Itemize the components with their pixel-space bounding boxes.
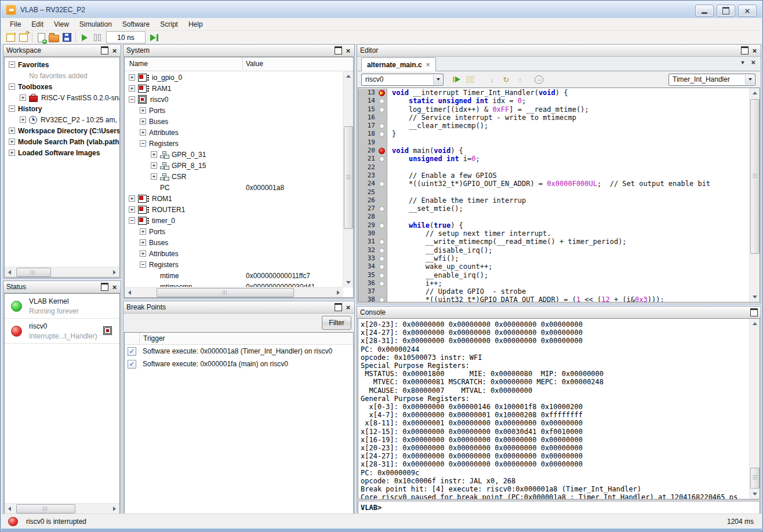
menu-simulation[interactable]: Simulation	[74, 19, 117, 30]
breakpoint-gutter[interactable]	[378, 105, 387, 114]
expand-icon[interactable]: +	[20, 94, 26, 101]
tab-alternate-main[interactable]: alternate_main.c ×	[361, 57, 436, 71]
system-tree-item[interactable]: +Ports	[125, 226, 343, 237]
core-select[interactable]: riscv0	[361, 74, 444, 86]
workspace-tree-item[interactable]: +RV32EC_P2 - 10:25 am, today	[5, 114, 119, 125]
breakpoint-gutter[interactable]	[378, 196, 387, 205]
editor-vscrollbar[interactable]	[749, 88, 760, 302]
breakpoint-checkbox[interactable]	[128, 360, 136, 369]
expand-icon[interactable]: +	[140, 118, 146, 125]
collapse-icon[interactable]: −	[9, 61, 15, 68]
workspace-tree-item[interactable]: +Module Search Path (vlab.path)	[5, 136, 119, 147]
breakpoint-gutter[interactable]	[378, 97, 387, 105]
system-tree-item[interactable]: PC0x000001a8	[125, 182, 343, 193]
expand-icon[interactable]: +	[9, 139, 15, 145]
menu-help[interactable]: Help	[183, 19, 208, 30]
scroll-right-arrow[interactable]	[110, 504, 119, 513]
breakpoint-row[interactable]: Software execute: 0x000001fa (main) on r…	[125, 358, 353, 370]
status-hscrollbar[interactable]	[5, 503, 119, 513]
expand-icon[interactable]: +	[151, 162, 157, 169]
continue-button[interactable]	[449, 73, 463, 86]
system-tree-item[interactable]: +Attributes	[125, 248, 343, 259]
breakpoint-gutter[interactable]	[378, 163, 387, 172]
console-output[interactable]: x[20-23]: 0x00000000 0x00000000 0x000000…	[358, 318, 760, 500]
tabbar-close-icon[interactable]: ×	[751, 60, 755, 65]
expand-icon[interactable]: +	[20, 116, 26, 123]
breakpoint-gutter[interactable]	[378, 213, 387, 221]
breakpoint-gutter[interactable]	[378, 114, 387, 122]
menu-software[interactable]: Software	[117, 19, 155, 30]
function-select[interactable]: Timer_Int_Handler	[668, 74, 755, 86]
system-tree-item[interactable]: +Buses	[125, 116, 343, 127]
system-tree-item[interactable]: +io_gpio_0	[125, 72, 343, 83]
console-vscrollbar[interactable]	[749, 319, 760, 499]
scroll-up-arrow[interactable]	[750, 319, 760, 329]
breakpoint-gutter[interactable]	[378, 122, 387, 130]
title-bar[interactable]: VLAB – RV32EC_P2	[1, 1, 762, 18]
float-panel-icon[interactable]	[101, 46, 108, 54]
collapse-icon[interactable]: −	[9, 105, 15, 112]
new-file-button[interactable]	[35, 32, 48, 43]
expand-icon[interactable]: +	[151, 151, 157, 158]
expand-icon[interactable]: +	[140, 107, 146, 114]
close-panel-icon[interactable]	[345, 304, 351, 311]
breakpoint-icon[interactable]	[378, 147, 387, 155]
system-tree-item[interactable]: +GPR_8_15	[125, 160, 343, 171]
step-into-button[interactable]: ↓	[485, 73, 499, 86]
minimize-button[interactable]	[695, 5, 714, 17]
system-tree-item[interactable]: +CSR	[125, 171, 343, 182]
expand-icon[interactable]: +	[140, 228, 146, 235]
float-panel-icon[interactable]	[750, 308, 758, 316]
close-panel-icon[interactable]	[111, 47, 118, 54]
float-panel-icon[interactable]	[335, 303, 342, 311]
workspace-tree-item[interactable]: +Workspace Directory (C:\Users	[5, 125, 119, 136]
workspace-hscrollbar[interactable]	[5, 267, 119, 277]
expand-icon[interactable]: +	[129, 195, 135, 202]
system-tree-item[interactable]: −Registers	[125, 138, 343, 149]
console-input[interactable]: VLAB>	[358, 501, 760, 514]
expand-icon[interactable]: +	[9, 127, 15, 134]
breakpoint-row[interactable]: Software execute: 0x000001a8 (Timer_Int_…	[125, 345, 353, 358]
collapse-icon[interactable]: −	[9, 83, 15, 90]
scroll-up-arrow[interactable]	[343, 71, 353, 81]
maximize-button[interactable]	[717, 5, 735, 17]
workspace-tree-item[interactable]: No favorites added	[5, 70, 119, 81]
scroll-thumb[interactable]	[750, 468, 760, 489]
system-tree-item[interactable]: +RAM1	[125, 83, 343, 94]
column-divider[interactable]	[242, 59, 243, 70]
breakpoint-gutter[interactable]	[378, 180, 387, 188]
scroll-thumb[interactable]	[16, 504, 75, 513]
expand-icon[interactable]: +	[129, 206, 135, 213]
system-tree-item[interactable]: +Ports	[125, 105, 343, 116]
scroll-down-arrow[interactable]	[750, 292, 760, 302]
scroll-thumb[interactable]	[16, 268, 51, 277]
system-hscrollbar[interactable]	[125, 287, 343, 297]
float-panel-icon[interactable]	[741, 46, 749, 54]
run-duration-input[interactable]	[106, 31, 146, 43]
tab-close-icon[interactable]: ×	[426, 61, 430, 69]
scroll-left-arrow[interactable]	[5, 267, 14, 277]
scroll-right-arrow[interactable]	[333, 287, 343, 297]
expand-icon[interactable]: +	[9, 150, 15, 156]
breakpoint-gutter[interactable]	[378, 287, 387, 296]
status-item[interactable]: riscv0Interrupte...t_Handler)	[5, 319, 119, 344]
column-header-name[interactable]: Name	[129, 60, 148, 68]
system-tree-item[interactable]: +GPR_0_31	[125, 149, 343, 160]
scroll-up-arrow[interactable]	[750, 88, 760, 98]
system-tree-item[interactable]: +Attributes	[125, 127, 343, 138]
workspace-tree-item[interactable]: −History	[5, 103, 119, 114]
pause-button[interactable]	[91, 32, 104, 43]
scroll-down-arrow[interactable]	[750, 489, 760, 499]
expand-icon[interactable]: +	[151, 173, 157, 180]
breakpoint-gutter[interactable]	[378, 221, 387, 229]
collapse-icon[interactable]: −	[140, 140, 146, 147]
step-out-button[interactable]: ↑	[513, 73, 527, 86]
current-breakpoint-icon[interactable]	[378, 89, 387, 97]
step-over-button[interactable]: ↻	[499, 73, 513, 86]
open-workspace-button[interactable]	[17, 32, 30, 43]
run-to-cursor-button[interactable]: →	[532, 73, 546, 86]
close-button[interactable]	[738, 5, 757, 17]
scroll-thumb[interactable]	[344, 126, 353, 229]
breakpoint-gutter[interactable]	[378, 172, 387, 180]
breakpoint-checkbox[interactable]	[128, 347, 136, 356]
